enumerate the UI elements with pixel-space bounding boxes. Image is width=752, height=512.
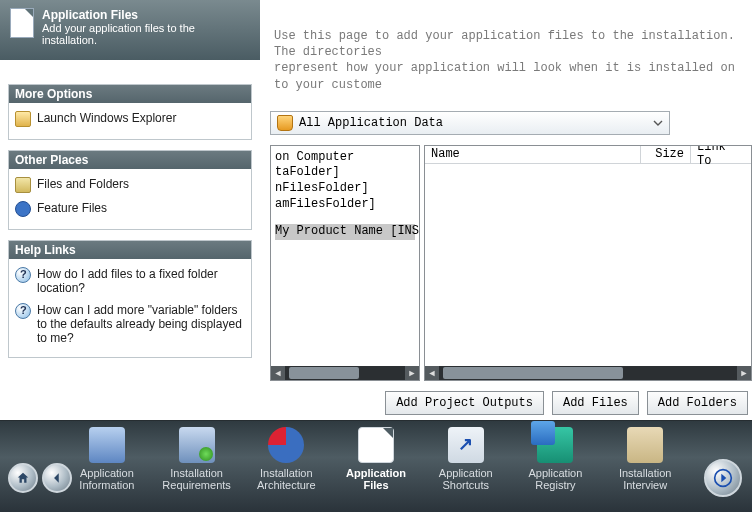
scroll-left-icon[interactable]: ◄ xyxy=(425,366,439,380)
combo-value: All Application Data xyxy=(299,116,443,130)
filter-combo[interactable]: All Application Data xyxy=(270,111,670,135)
data-icon xyxy=(277,115,293,131)
item-label: How can I add more "variable" folders to… xyxy=(37,303,245,345)
item-label: Feature Files xyxy=(37,201,107,215)
sidebar: Application Files Add your application f… xyxy=(0,0,260,420)
column-link[interactable]: Link To xyxy=(691,146,751,163)
tree-line[interactable]: taFolder] xyxy=(275,165,415,181)
help-icon xyxy=(15,267,31,283)
tree-scrollbar[interactable]: ◄ ► xyxy=(271,366,419,380)
scroll-thumb[interactable] xyxy=(289,367,359,379)
panel-title: More Options xyxy=(9,85,251,103)
item-label: How do I add files to a fixed folder loc… xyxy=(37,267,245,295)
nav-install-requirements[interactable]: InstallationRequirements xyxy=(160,425,234,508)
scroll-thumb[interactable] xyxy=(443,367,623,379)
registry-icon xyxy=(537,427,573,463)
panel-title: Help Links xyxy=(9,241,251,259)
add-files-button[interactable]: Add Files xyxy=(552,391,639,415)
main-area: Use this page to add your application fi… xyxy=(270,0,752,420)
file-list[interactable]: Name Size Link To ◄ ► xyxy=(424,145,752,381)
file-icon xyxy=(10,8,34,38)
folder-icon xyxy=(15,177,31,193)
add-folders-button[interactable]: Add Folders xyxy=(647,391,748,415)
interview-icon xyxy=(627,427,663,463)
tree-line[interactable]: amFilesFolder] xyxy=(275,197,415,213)
column-headers: Name Size Link To xyxy=(425,146,751,164)
column-name[interactable]: Name xyxy=(425,146,641,163)
tree-selected[interactable]: My Product Name [INSTALLD xyxy=(275,224,415,240)
forward-button[interactable] xyxy=(704,459,742,497)
home-button[interactable] xyxy=(8,463,38,493)
feature-icon xyxy=(15,201,31,217)
help-icon xyxy=(15,303,31,319)
nav-install-architecture[interactable]: InstallationArchitecture xyxy=(249,425,323,508)
panel-more-options: More Options Launch Windows Explorer xyxy=(8,84,252,140)
architecture-icon xyxy=(268,427,304,463)
item-label: Files and Folders xyxy=(37,177,129,191)
page-subtitle: Add your application files to the instal… xyxy=(42,22,250,46)
page-title: Application Files xyxy=(42,8,250,22)
folder-tree[interactable]: on Computer taFolder] nFilesFolder] amFi… xyxy=(270,145,420,381)
add-project-outputs-button[interactable]: Add Project Outputs xyxy=(385,391,544,415)
bottom-nav: ApplicationInformation InstallationRequi… xyxy=(0,420,752,512)
back-button[interactable] xyxy=(42,463,72,493)
column-size[interactable]: Size xyxy=(641,146,691,163)
chevron-down-icon xyxy=(653,118,663,128)
nav-install-interview[interactable]: InstallationInterview xyxy=(608,425,682,508)
files-folders-link[interactable]: Files and Folders xyxy=(15,175,245,199)
info-icon xyxy=(89,427,125,463)
nav-app-information[interactable]: ApplicationInformation xyxy=(70,425,144,508)
scroll-left-icon[interactable]: ◄ xyxy=(271,366,285,380)
nav-app-registry[interactable]: ApplicationRegistry xyxy=(519,425,593,508)
sidebar-header: Application Files Add your application f… xyxy=(0,0,260,60)
intro-text: Use this page to add your application fi… xyxy=(270,0,752,111)
files-icon xyxy=(358,427,394,463)
requirements-icon xyxy=(179,427,215,463)
shortcuts-icon xyxy=(448,427,484,463)
nav-app-shortcuts[interactable]: ApplicationShortcuts xyxy=(429,425,503,508)
tree-line[interactable]: on Computer xyxy=(275,150,415,166)
item-label: Launch Windows Explorer xyxy=(37,111,176,125)
scroll-right-icon[interactable]: ► xyxy=(737,366,751,380)
help-link-variable-folders[interactable]: How can I add more "variable" folders to… xyxy=(15,301,245,351)
folder-icon xyxy=(15,111,31,127)
panel-title: Other Places xyxy=(9,151,251,169)
feature-files-link[interactable]: Feature Files xyxy=(15,199,245,223)
help-link-fixed-folder[interactable]: How do I add files to a fixed folder loc… xyxy=(15,265,245,301)
scroll-right-icon[interactable]: ► xyxy=(405,366,419,380)
panel-other-places: Other Places Files and Folders Feature F… xyxy=(8,150,252,230)
tree-line[interactable]: nFilesFolder] xyxy=(275,181,415,197)
launch-explorer-link[interactable]: Launch Windows Explorer xyxy=(15,109,245,133)
list-scrollbar[interactable]: ◄ ► xyxy=(425,366,751,380)
panel-help-links: Help Links How do I add files to a fixed… xyxy=(8,240,252,358)
nav-app-files[interactable]: ApplicationFiles xyxy=(339,425,413,508)
